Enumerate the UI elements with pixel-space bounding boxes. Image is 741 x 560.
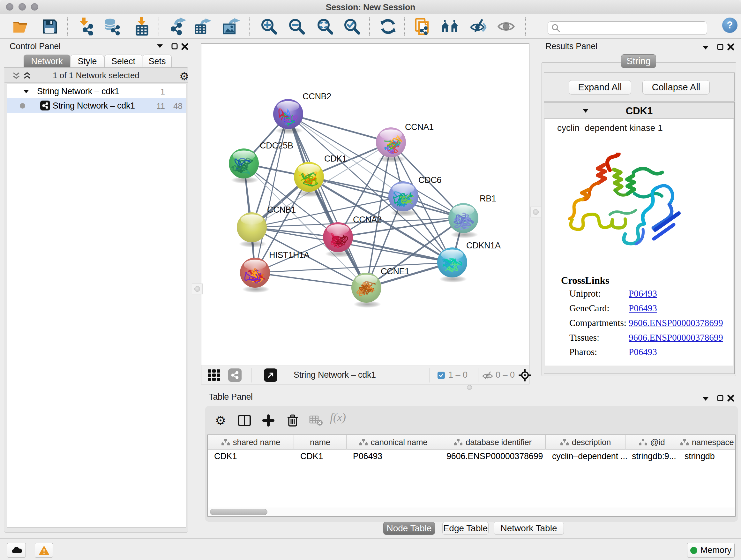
table-cell[interactable]: stringdb xyxy=(684,451,715,461)
column-header-namespace[interactable]: namespace xyxy=(678,435,736,449)
memory-status-dot xyxy=(690,547,697,554)
memory-button[interactable]: Memory xyxy=(687,543,735,558)
cloud-status-button[interactable] xyxy=(7,543,26,558)
network-canvas[interactable]: CCNB2CCNA1CDC25BCDK1CDC6RB1CCNB1CCNA2CDK… xyxy=(201,44,529,366)
delete-table-icon xyxy=(308,413,324,428)
create-column-icon[interactable] xyxy=(260,413,276,428)
table-panel-float-icon[interactable] xyxy=(717,395,724,401)
table-hscrollbar[interactable] xyxy=(208,508,735,516)
delete-column-trash-icon[interactable] xyxy=(285,413,300,428)
node-table[interactable]: shared namenamecanonical namedatabase id… xyxy=(207,435,736,516)
results-panel-title: Results Panel xyxy=(545,42,597,51)
apply-layout-icon[interactable] xyxy=(379,17,397,36)
string-network-icon xyxy=(40,101,50,111)
show-all-icon[interactable] xyxy=(497,17,515,36)
table-cell[interactable]: P06493 xyxy=(353,451,382,461)
right-splitter[interactable] xyxy=(530,206,541,217)
svg-text:CCNA2: CCNA2 xyxy=(353,215,382,225)
column-header-name[interactable]: name xyxy=(294,435,347,449)
left-splitter[interactable] xyxy=(192,284,203,294)
tab-node-table[interactable]: Node Table xyxy=(383,522,435,535)
export-network-icon[interactable] xyxy=(169,17,187,36)
center-view-icon[interactable] xyxy=(519,369,531,381)
gene-name: CDK1 xyxy=(544,105,734,117)
help-button[interactable]: ? xyxy=(722,17,738,33)
detach-view-icon[interactable] xyxy=(264,368,277,382)
network-row[interactable]: String Network – cdk1 11 48 xyxy=(7,98,186,113)
hidden-items-eye-icon xyxy=(482,370,494,381)
column-header-description[interactable]: description xyxy=(546,435,625,449)
hide-selected-icon[interactable] xyxy=(469,17,487,36)
clone-network-icon[interactable] xyxy=(414,17,432,36)
import-table-icon[interactable] xyxy=(133,17,151,36)
network-collection-row[interactable]: String Network – cdk1 1 xyxy=(7,84,186,98)
crosslink-label: Pharos: xyxy=(569,347,597,357)
svg-text:CCNA1: CCNA1 xyxy=(405,122,434,132)
network-view-title: String Network – cdk1 xyxy=(293,370,376,380)
expand-all-button[interactable]: Expand All xyxy=(569,80,631,95)
protein-structure-image xyxy=(562,152,687,253)
network-options-gear-icon[interactable]: ⚙ xyxy=(179,70,189,83)
column-header-databaseidentifier[interactable]: database identifier xyxy=(440,435,546,449)
first-neighbors-icon[interactable] xyxy=(441,17,459,36)
results-panel-menu-icon[interactable] xyxy=(702,44,710,51)
export-table-icon[interactable] xyxy=(194,17,212,36)
import-network-database-icon[interactable] xyxy=(103,17,121,36)
zoom-selected-icon[interactable] xyxy=(342,17,360,36)
control-tab-sets[interactable]: Sets xyxy=(143,55,172,68)
network-share-icon[interactable] xyxy=(228,368,242,382)
open-session-icon[interactable] xyxy=(12,17,30,36)
memory-label: Memory xyxy=(700,545,732,555)
svg-text:CCNB1: CCNB1 xyxy=(267,205,296,214)
results-tab-string[interactable]: String xyxy=(621,54,656,68)
save-session-icon[interactable] xyxy=(41,17,59,36)
table-cell[interactable]: CDK1 xyxy=(214,451,237,461)
control-panel-menu-icon[interactable] xyxy=(156,43,164,49)
column-header-id[interactable]: @id xyxy=(625,435,678,449)
column-header-sharedname[interactable]: shared name xyxy=(208,435,294,449)
import-network-file-icon[interactable] xyxy=(77,17,95,36)
table-hscrollbar-thumb[interactable] xyxy=(210,509,267,515)
results-panel-body: Expand All Collapse All CDK1 cyclin−depe… xyxy=(542,62,736,376)
birds-eye-view-icon[interactable] xyxy=(206,368,222,383)
collapse-all-button[interactable]: Collapse All xyxy=(643,80,710,95)
search-icon xyxy=(551,23,561,33)
column-header-canonicalname[interactable]: canonical name xyxy=(347,435,440,449)
bottom-splitter[interactable] xyxy=(464,385,475,390)
results-panel-float-icon[interactable] xyxy=(717,44,724,51)
table-panel-close-icon[interactable] xyxy=(727,394,735,402)
export-image-icon[interactable] xyxy=(223,17,241,36)
table-column-layout-icon[interactable] xyxy=(237,413,253,428)
zoom-in-icon[interactable] xyxy=(259,17,277,36)
control-tab-style[interactable]: Style xyxy=(71,55,104,68)
table-panel-menu-icon[interactable] xyxy=(702,395,710,402)
table-cell[interactable]: CDK1 xyxy=(300,451,323,461)
network-view[interactable]: CCNB2CCNA1CDC25BCDK1CDC6RB1CCNB1CCNA2CDK… xyxy=(201,44,529,384)
crosslink-link[interactable]: 9606.ENSP00000378699 xyxy=(629,318,723,328)
collection-expand-icon[interactable] xyxy=(23,89,30,95)
tab-network-table[interactable]: Network Table xyxy=(494,522,564,535)
table-header-row: shared namenamecanonical namedatabase id… xyxy=(208,435,735,449)
zoom-fit-icon[interactable] xyxy=(316,17,333,36)
toolbar-separator xyxy=(158,17,159,36)
gene-section-header[interactable]: CDK1 xyxy=(544,103,734,119)
crosslink-link[interactable]: 9606.ENSP00000378699 xyxy=(629,332,723,343)
control-panel-float-icon[interactable] xyxy=(171,43,178,50)
table-cell[interactable]: cyclin–dependent ... xyxy=(552,451,627,461)
table-cell[interactable]: 9606.ENSP00000378699 xyxy=(447,451,543,461)
crosslink-link[interactable]: P06493 xyxy=(629,303,657,314)
toolbar-separator xyxy=(404,17,405,36)
crosslink-link[interactable]: P06493 xyxy=(629,347,657,357)
control-tab-select[interactable]: Select xyxy=(105,55,142,68)
crosslink-link[interactable]: P06493 xyxy=(629,288,657,299)
warnings-button[interactable] xyxy=(35,543,53,558)
window-title: Session: New Session xyxy=(0,3,741,12)
tab-edge-table[interactable]: Edge Table xyxy=(442,522,488,535)
table-options-gear-icon[interactable]: ⚙ xyxy=(212,413,228,428)
control-tab-network[interactable]: Network xyxy=(23,55,70,68)
control-panel-close-icon[interactable] xyxy=(181,43,189,51)
results-panel-close-icon[interactable] xyxy=(727,43,735,51)
search-input[interactable] xyxy=(548,21,707,35)
table-cell[interactable]: stringdb:9... xyxy=(632,451,676,461)
zoom-out-icon[interactable] xyxy=(287,17,305,36)
